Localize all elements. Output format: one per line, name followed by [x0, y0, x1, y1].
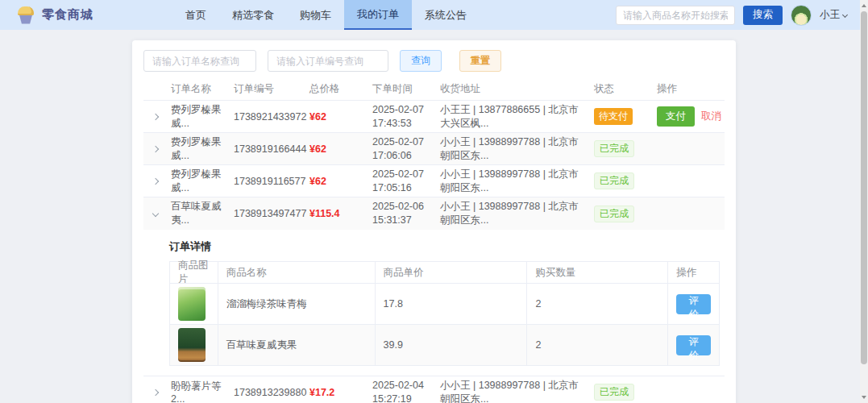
order-number: 1738913497477 [230, 208, 306, 219]
nav-item-announcements[interactable]: 系统公告 [412, 0, 480, 30]
status-badge-done: 已完成 [594, 172, 634, 189]
main-nav: 首页 精选零食 购物车 我的订单 系统公告 [172, 0, 480, 30]
order-price: ¥17.2 [309, 387, 334, 398]
expand-row-icon[interactable] [152, 113, 159, 119]
order-detail-section: 订单详情 商品图片 商品名称 商品单价 购买数量 操作 溜溜梅绿茶味青梅 17.… [143, 230, 725, 376]
col-total-price: 总价格 [306, 82, 369, 96]
table-row: 盼盼薯片等2... 1738913239880 ¥17.2 2025-02-04… [143, 376, 725, 403]
orders-table: 订单名称 订单编号 总价格 下单时间 收货地址 状态 操作 费列罗榛果威... … [143, 78, 725, 403]
order-address: 小小王 | 13988997788 | 北京市朝阳区东... [437, 168, 591, 195]
order-time: 2025-02-0717:05:16 [369, 168, 437, 195]
pay-button[interactable]: 支付 [657, 106, 695, 127]
order-name: 费列罗榛果威... [168, 168, 230, 195]
order-name: 盼盼薯片等2... [168, 380, 230, 403]
nav-item-featured-snacks[interactable]: 精选零食 [219, 0, 287, 30]
orders-table-header: 订单名称 订单编号 总价格 下单时间 收货地址 状态 操作 [143, 78, 725, 101]
order-price: ¥62 [309, 143, 326, 155]
expand-row-icon[interactable] [152, 177, 159, 184]
rate-button[interactable]: 评价 [676, 335, 711, 355]
order-number-filter-input[interactable] [268, 50, 388, 72]
col-detail-operations: 操作 [668, 262, 719, 283]
table-row: 费列罗榛果威... 1738919116577 ¥62 2025-02-0717… [143, 165, 725, 197]
product-qty: 2 [527, 325, 668, 365]
col-product-image: 商品图片 [170, 262, 218, 283]
order-address: 小小王 | 13988997788 | 北京市朝阳区东... [437, 379, 591, 403]
status-badge-pending: 待支付 [594, 108, 633, 125]
order-address: 小小王 | 13988997788 | 北京市朝阳区东... [437, 135, 591, 163]
vertical-scrollbar[interactable] [860, 0, 868, 403]
table-row: 费列罗榛果威... 1738919166444 ¥62 2025-02-0717… [143, 133, 725, 165]
table-row: 费列罗榛果威... 1738921433972 ¥62 2025-02-0717… [143, 101, 725, 133]
username-label: 小王 [820, 8, 840, 22]
order-detail-table: 商品图片 商品名称 商品单价 购买数量 操作 溜溜梅绿茶味青梅 17.8 2 评… [169, 261, 720, 366]
header-right: 搜索 小王 [616, 0, 868, 30]
table-row-expanded: 百草味夏威夷... 1738913497477 ¥115.4 2025-02-0… [143, 197, 725, 230]
status-badge-done: 已完成 [594, 384, 634, 401]
scroll-up-icon[interactable] [860, 0, 868, 11]
product-qty: 2 [527, 284, 668, 324]
cupcake-icon [16, 6, 35, 24]
order-address: 小小王 | 13988997788 | 北京市朝阳区东... [437, 200, 591, 227]
order-time: 2025-02-0717:43:53 [369, 103, 437, 131]
top-header: 零食商城 首页 精选零食 购物车 我的订单 系统公告 搜索 小王 [0, 0, 868, 30]
order-number: 1738919116577 [230, 176, 306, 187]
orders-card: 查询 重置 订单名称 订单编号 总价格 下单时间 收货地址 状态 操作 费列罗榛… [132, 40, 736, 403]
query-button[interactable]: 查询 [400, 50, 442, 72]
product-name: 溜溜梅绿茶味青梅 [218, 284, 376, 324]
order-detail-title: 订单详情 [169, 239, 720, 254]
product-search-input[interactable] [616, 6, 735, 25]
order-number: 1738913239880 [230, 387, 306, 398]
order-address: 小王王 | 13877886655 | 北京市大兴区枫... [437, 103, 591, 131]
col-status: 状态 [591, 82, 654, 96]
collapse-row-icon[interactable] [152, 210, 159, 217]
nav-item-cart[interactable]: 购物车 [287, 0, 344, 30]
order-price: ¥62 [309, 176, 326, 187]
rate-button[interactable]: 评价 [676, 294, 711, 314]
order-price: ¥115.4 [309, 208, 340, 219]
order-time: 2025-02-0415:27:19 [369, 379, 437, 403]
nav-item-my-orders[interactable]: 我的订单 [344, 0, 412, 30]
brand: 零食商城 [16, 0, 93, 30]
status-badge-done: 已完成 [594, 206, 634, 222]
col-order-time: 下单时间 [369, 82, 437, 96]
brand-title: 零食商城 [42, 7, 93, 23]
order-time: 2025-02-0615:31:37 [369, 200, 437, 227]
col-operations: 操作 [654, 82, 725, 96]
order-name: 费列罗榛果威... [168, 103, 230, 131]
order-name-filter-input[interactable] [143, 50, 256, 72]
col-order-number: 订单编号 [230, 82, 306, 96]
reset-button[interactable]: 重置 [459, 50, 501, 72]
product-price: 17.8 [376, 284, 528, 324]
status-badge-done: 已完成 [594, 140, 634, 157]
col-address: 收货地址 [437, 82, 591, 96]
detail-table-header: 商品图片 商品名称 商品单价 购买数量 操作 [170, 262, 719, 284]
col-quantity: 购买数量 [527, 262, 668, 283]
nav-item-home[interactable]: 首页 [172, 0, 219, 30]
detail-row: 溜溜梅绿茶味青梅 17.8 2 评价 [170, 284, 719, 325]
expand-row-icon[interactable] [152, 388, 159, 395]
product-name: 百草味夏威夷果 [218, 325, 376, 365]
chevron-down-icon [842, 12, 848, 18]
product-price: 39.9 [376, 325, 528, 365]
order-number: 1738921433972 [230, 111, 306, 123]
cancel-link[interactable]: 取消 [701, 110, 721, 123]
user-menu[interactable]: 小王 [820, 8, 847, 22]
scroll-down-icon[interactable] [860, 392, 868, 403]
order-number: 1738919166444 [230, 143, 306, 155]
scrollbar-thumb[interactable] [861, 11, 867, 364]
filter-bar: 查询 重置 [143, 50, 725, 72]
detail-row: 百草味夏威夷果 39.9 2 评价 [170, 325, 719, 366]
order-price: ¥62 [309, 111, 326, 123]
macadamia-nut-jar-image [178, 328, 206, 362]
green-plum-pouch-image [178, 287, 206, 321]
expand-row-icon[interactable] [152, 145, 159, 152]
search-button[interactable]: 搜索 [743, 6, 783, 25]
col-product-name: 商品名称 [218, 262, 376, 283]
order-name: 费列罗榛果威... [168, 135, 230, 163]
col-unit-price: 商品单价 [376, 262, 528, 283]
user-avatar[interactable] [791, 5, 812, 26]
order-time: 2025-02-0717:06:06 [369, 135, 437, 163]
col-order-name: 订单名称 [168, 82, 230, 96]
order-name: 百草味夏威夷... [168, 200, 230, 227]
